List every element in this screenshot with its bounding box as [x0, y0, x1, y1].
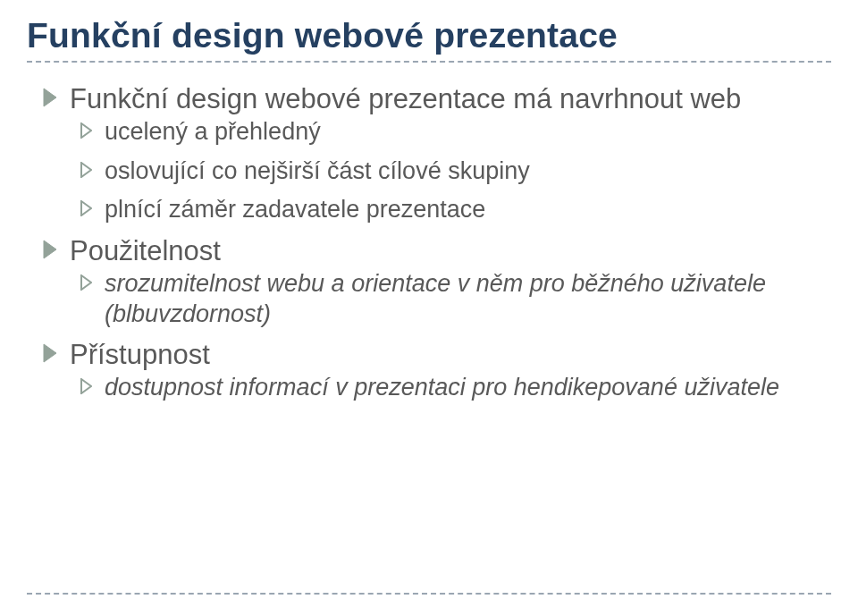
list-item: ucelený a přehledný	[80, 117, 831, 148]
list-item: oslovující co nejširší část cílové skupi…	[80, 156, 831, 187]
slide-title: Funkční design webové prezentace	[27, 16, 831, 55]
play-bullet-icon	[80, 274, 92, 291]
list-item-text: Přístupnost	[70, 338, 210, 373]
list-item-text: oslovující co nejširší část cílové skupi…	[105, 156, 530, 187]
play-bullet-icon	[80, 122, 92, 139]
list-item: Přístupnost dostupnost informací v preze…	[43, 338, 831, 403]
bullet-list: Funkční design webové prezentace má navr…	[27, 82, 831, 403]
list-item: dostupnost informací v prezentaci pro he…	[80, 373, 831, 403]
footer-divider	[27, 593, 831, 595]
play-bullet-icon	[80, 162, 92, 178]
list-item: Použitelnost srozumitelnost webu a orien…	[43, 234, 831, 329]
play-bullet-icon	[43, 343, 57, 363]
list-item-text: Funkční design webové prezentace má navr…	[70, 82, 741, 117]
title-divider	[27, 61, 831, 63]
list-item-text: ucelený a přehledný	[105, 117, 321, 148]
play-bullet-icon	[80, 200, 92, 216]
list-item-text: dostupnost informací v prezentaci pro he…	[105, 373, 779, 403]
play-bullet-icon	[80, 378, 92, 394]
list-item-text: plnící záměr zadavatele prezentace	[105, 195, 485, 225]
play-bullet-icon	[43, 240, 57, 259]
list-item: plnící záměr zadavatele prezentace	[80, 195, 831, 225]
list-item-text: Použitelnost	[70, 234, 221, 269]
list-item-text: srozumitelnost webu a orientace v něm pr…	[105, 269, 831, 330]
play-bullet-icon	[43, 88, 57, 107]
list-item: srozumitelnost webu a orientace v něm pr…	[80, 269, 831, 330]
list-item: Funkční design webové prezentace má navr…	[43, 82, 831, 225]
